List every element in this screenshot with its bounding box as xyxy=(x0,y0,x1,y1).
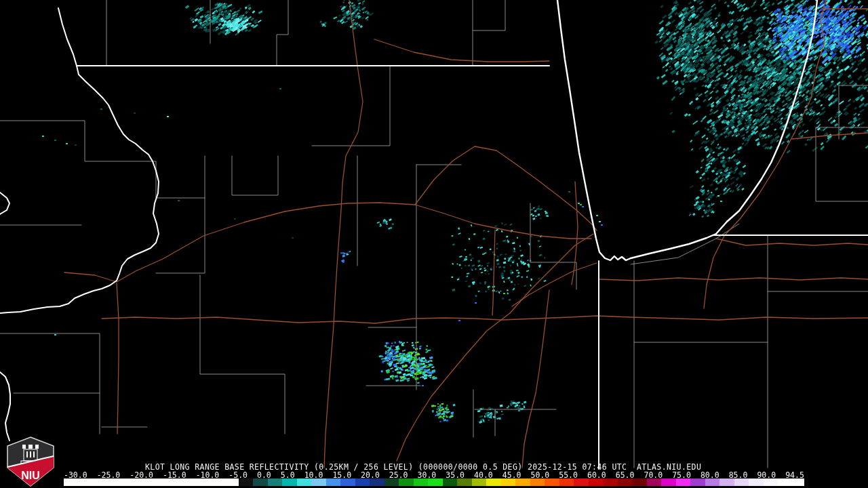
niu-logo-text: NIU xyxy=(21,470,40,481)
radar-viewer: KLOT LONG RANGE BASE REFLECTIVITY (0.25K… xyxy=(0,0,868,488)
niu-logo: NIU xyxy=(5,436,56,487)
radar-map-canvas xyxy=(0,0,868,488)
